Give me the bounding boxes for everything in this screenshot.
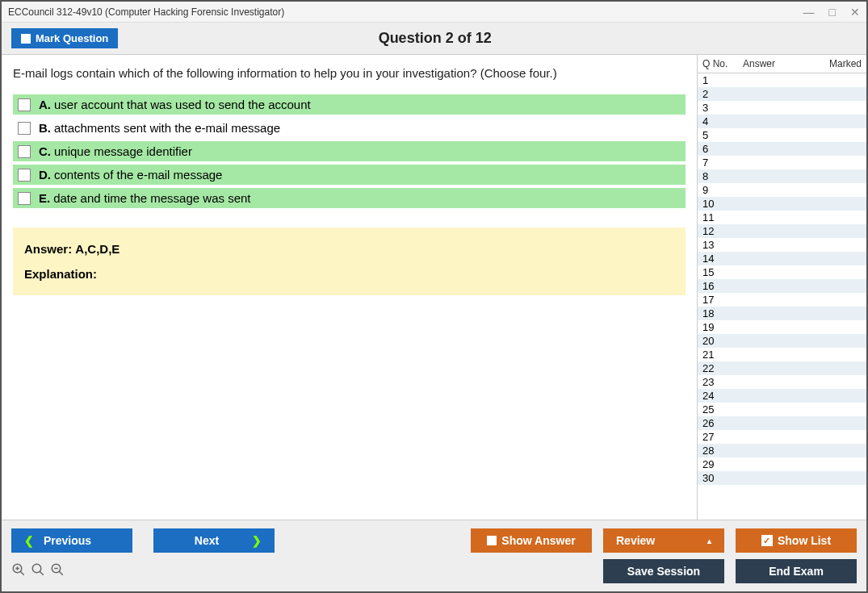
content-area: E-mail logs contain which of the followi… [2,55,697,520]
header-bar: Mark Question Question 2 of 12 [2,23,866,55]
checkbox-icon [487,536,497,545]
option-letter: A. [39,98,51,111]
option-row[interactable]: A. user account that was used to send th… [13,94,686,115]
show-list-button[interactable]: ✓ Show List [736,528,857,553]
zoom-controls [11,562,65,581]
option-text: unique message identifier [54,144,192,158]
next-button[interactable]: Next ❯ [153,528,275,553]
option-checkbox[interactable] [18,145,31,158]
option-checkbox[interactable] [18,169,31,182]
option-text: date and time the message was sent [53,191,250,205]
option-checkbox[interactable] [18,98,31,111]
show-answer-label: Show Answer [501,534,575,547]
question-list-row[interactable]: 30 [698,471,866,485]
question-list-row[interactable]: 28 [698,444,866,457]
question-list-row[interactable]: 18 [698,307,866,320]
question-list-row[interactable]: 29 [698,457,866,471]
main-area: E-mail logs contain which of the followi… [2,55,866,520]
question-counter: Question 2 of 12 [13,30,857,47]
option-letter: C. [39,144,51,158]
show-answer-button[interactable]: Show Answer [471,528,592,553]
save-session-label: Save Session [627,565,700,578]
minimize-icon[interactable]: — [803,6,815,19]
question-list-row[interactable]: 4 [698,115,866,128]
question-list[interactable]: 1234567891011121314151617181920212223242… [698,73,866,520]
question-list-row[interactable]: 24 [698,389,866,403]
button-row-1: ❮ Previous Next ❯ Show Answer Review ▴ [11,528,857,553]
option-row[interactable]: C. unique message identifier [13,141,686,161]
question-list-row[interactable]: 10 [698,197,866,211]
close-icon[interactable]: ✕ [850,6,860,19]
explanation-label: Explanation: [24,267,674,281]
question-list-row[interactable]: 3 [698,101,866,115]
question-list-row[interactable]: 2 [698,87,866,101]
option-letter: B. [39,121,51,135]
chevron-left-icon: ❮ [24,534,34,547]
option-text: user account that was used to send the a… [54,98,311,111]
question-list-row[interactable]: 16 [698,279,866,293]
question-list-row[interactable]: 13 [698,238,866,252]
col-qno: Q No. [702,58,743,69]
previous-button[interactable]: ❮ Previous [11,528,132,553]
option-row[interactable]: E. date and time the message was sent [13,188,686,208]
question-list-row[interactable]: 5 [698,128,866,142]
checkbox-checked-icon: ✓ [761,535,773,546]
question-list-row[interactable]: 17 [698,293,866,307]
question-text: E-mail logs contain which of the followi… [13,66,686,80]
answer-box: Answer: A,C,D,E Explanation: [13,228,686,295]
maximize-icon[interactable]: □ [829,6,836,19]
option-text: contents of the e-mail message [54,168,222,182]
review-label: Review [616,534,655,547]
button-row-2: Save Session End Exam [11,559,857,583]
question-list-row[interactable]: 26 [698,416,866,430]
zoom-reset-icon[interactable] [31,562,45,581]
question-list-row[interactable]: 9 [698,183,866,197]
show-list-label: Show List [778,534,831,547]
bottom-bar: ❮ Previous Next ❯ Show Answer Review ▴ [2,520,866,591]
option-letter: D. [39,168,51,182]
question-list-row[interactable]: 11 [698,211,866,224]
svg-line-5 [40,571,44,575]
col-answer: Answer [743,58,813,69]
app-window: ECCouncil 312-49v10 (Computer Hacking Fo… [0,0,868,593]
question-list-row[interactable]: 23 [698,375,866,389]
end-exam-label: End Exam [769,565,824,578]
question-list-row[interactable]: 15 [698,265,866,279]
option-checkbox[interactable] [18,122,31,135]
svg-line-1 [20,571,24,575]
window-controls: — □ ✕ [803,6,860,19]
svg-line-7 [59,571,63,575]
option-row[interactable]: D. contents of the e-mail message [13,165,686,185]
question-list-row[interactable]: 7 [698,156,866,169]
review-button[interactable]: Review ▴ [603,528,724,553]
question-list-row[interactable]: 21 [698,348,866,361]
question-list-row[interactable]: 14 [698,252,866,265]
zoom-in-icon[interactable] [11,562,26,581]
window-title: ECCouncil 312-49v10 (Computer Hacking Fo… [8,6,803,18]
titlebar: ECCouncil 312-49v10 (Computer Hacking Fo… [2,2,866,23]
question-list-row[interactable]: 6 [698,142,866,156]
question-list-row[interactable]: 22 [698,361,866,375]
save-session-button[interactable]: Save Session [603,559,724,583]
previous-label: Previous [44,534,120,547]
question-list-row[interactable]: 1 [698,73,866,87]
end-exam-button[interactable]: End Exam [736,559,857,583]
question-list-row[interactable]: 8 [698,169,866,183]
question-list-panel: Q No. Answer Marked 12345678910111213141… [697,55,866,520]
option-checkbox[interactable] [18,192,31,205]
col-marked: Marked [813,58,862,69]
question-list-row[interactable]: 27 [698,430,866,444]
question-list-header: Q No. Answer Marked [698,55,866,73]
question-list-row[interactable]: 25 [698,403,866,416]
question-list-row[interactable]: 19 [698,320,866,334]
zoom-out-icon[interactable] [50,562,65,581]
question-list-row[interactable]: 20 [698,334,866,348]
next-label: Next [166,534,247,547]
question-list-row[interactable]: 12 [698,224,866,238]
svg-point-4 [32,564,41,573]
caret-up-icon: ▴ [707,537,711,545]
answer-value: A,C,D,E [75,242,120,256]
option-row[interactable]: B. attachments sent with the e-mail mess… [13,118,686,138]
option-text: attachments sent with the e-mail message [54,121,280,135]
options-list: A. user account that was used to send th… [13,94,686,211]
